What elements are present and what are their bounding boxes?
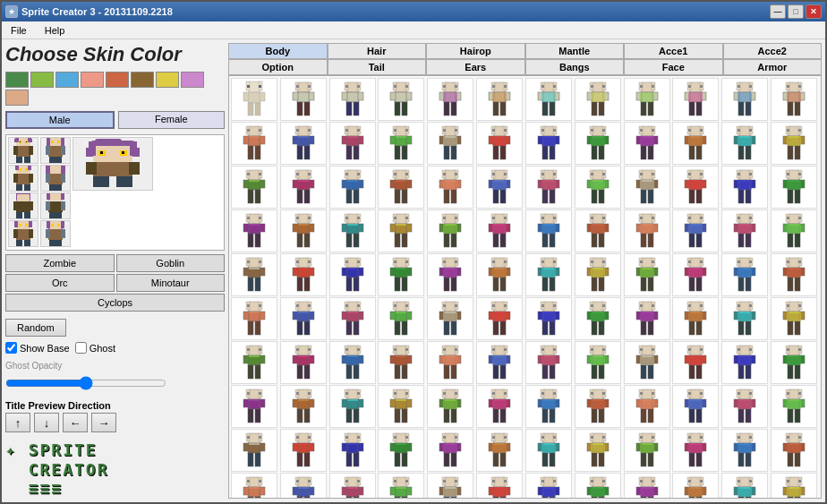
grid-sprite-105[interactable] [672,429,719,472]
col-header-tail[interactable]: Tail [328,59,427,75]
grid-sprite-14[interactable] [329,122,376,165]
sprite-grid-area[interactable] [228,75,822,499]
col-header-acce1[interactable]: Acce1 [624,43,723,59]
grid-sprite-16[interactable] [427,122,473,165]
grid-sprite-88[interactable] [427,385,473,428]
maximize-button[interactable]: □ [788,4,804,19]
grid-sprite-9[interactable] [672,78,719,121]
grid-sprite-79[interactable] [575,341,621,384]
grid-sprite-83[interactable] [771,341,817,384]
grid-sprite-18[interactable] [525,122,572,165]
col-header-armor[interactable]: Armor [723,59,823,75]
grid-sprite-94[interactable] [721,385,768,428]
grid-sprite-54[interactable] [525,253,572,296]
grid-sprite-1[interactable] [280,78,327,121]
random-button[interactable]: Random [5,319,66,337]
dir-down-button[interactable]: ↓ [34,413,59,432]
grid-sprite-82[interactable] [721,341,768,384]
grid-sprite-13[interactable] [280,122,327,165]
grid-sprite-40[interactable] [427,209,473,252]
grid-sprite-100[interactable] [427,429,473,472]
goblin-button[interactable]: Goblin [116,254,226,272]
grid-sprite-0[interactable] [231,78,277,121]
grid-sprite-96[interactable] [231,429,277,472]
col-header-acce2[interactable]: Acce2 [723,43,823,59]
col-header-hairop[interactable]: Hairop [426,43,525,59]
grid-sprite-78[interactable] [525,341,572,384]
grid-sprite-12[interactable] [231,122,277,165]
grid-sprite-39[interactable] [378,209,424,252]
grid-sprite-24[interactable] [231,166,277,209]
grid-sprite-106[interactable] [721,429,768,472]
grid-sprite-33[interactable] [672,166,719,209]
grid-sprite-45[interactable] [672,209,719,252]
grid-sprite-49[interactable] [280,253,327,296]
grid-sprite-73[interactable] [280,341,327,384]
color-swatch-0[interactable] [5,72,29,88]
grid-sprite-69[interactable] [672,297,719,340]
grid-sprite-52[interactable] [427,253,473,296]
dir-up-button[interactable]: ↑ [5,413,30,432]
grid-sprite-110[interactable] [329,473,376,499]
grid-sprite-84[interactable] [231,385,277,428]
grid-sprite-80[interactable] [624,341,670,384]
grid-sprite-2[interactable] [329,78,376,121]
grid-sprite-53[interactable] [476,253,523,296]
grid-sprite-5[interactable] [476,78,523,121]
cyclops-button[interactable]: Cyclops [5,294,225,312]
grid-sprite-34[interactable] [721,166,768,209]
color-swatch-6[interactable] [156,72,179,88]
grid-sprite-37[interactable] [280,209,327,252]
grid-sprite-57[interactable] [672,253,719,296]
color-swatch-3[interactable] [81,72,104,88]
color-swatch-7[interactable] [181,72,204,88]
grid-sprite-77[interactable] [476,341,523,384]
grid-sprite-76[interactable] [427,341,473,384]
grid-sprite-81[interactable] [672,341,719,384]
grid-sprite-26[interactable] [329,166,376,209]
grid-sprite-109[interactable] [280,473,327,499]
grid-sprite-116[interactable] [624,473,670,499]
grid-sprite-46[interactable] [721,209,768,252]
grid-sprite-65[interactable] [476,297,523,340]
grid-sprite-42[interactable] [525,209,572,252]
grid-sprite-21[interactable] [672,122,719,165]
col-header-ears[interactable]: Ears [426,59,525,75]
grid-sprite-98[interactable] [329,429,376,472]
minotaur-button[interactable]: Minotaur [116,274,226,292]
grid-sprite-103[interactable] [575,429,621,472]
grid-sprite-86[interactable] [329,385,376,428]
grid-sprite-107[interactable] [771,429,817,472]
color-swatch-2[interactable] [55,72,79,88]
grid-sprite-48[interactable] [231,253,277,296]
col-header-body[interactable]: Body [228,43,328,59]
grid-sprite-92[interactable] [624,385,670,428]
grid-sprite-44[interactable] [624,209,670,252]
grid-sprite-118[interactable] [721,473,768,499]
male-button[interactable]: Male [5,111,115,129]
grid-sprite-15[interactable] [378,122,424,165]
grid-sprite-60[interactable] [231,297,277,340]
grid-sprite-75[interactable] [378,341,424,384]
grid-sprite-74[interactable] [329,341,376,384]
grid-sprite-11[interactable] [771,78,817,121]
col-header-hair[interactable]: Hair [328,43,427,59]
grid-sprite-111[interactable] [378,473,424,499]
grid-sprite-55[interactable] [575,253,621,296]
grid-sprite-23[interactable] [771,122,817,165]
grid-sprite-61[interactable] [280,297,327,340]
grid-sprite-95[interactable] [771,385,817,428]
grid-sprite-63[interactable] [378,297,424,340]
grid-sprite-8[interactable] [624,78,670,121]
grid-sprite-36[interactable] [231,209,277,252]
grid-sprite-10[interactable] [721,78,768,121]
grid-sprite-22[interactable] [721,122,768,165]
grid-sprite-56[interactable] [624,253,670,296]
grid-sprite-59[interactable] [771,253,817,296]
grid-sprite-7[interactable] [575,78,621,121]
col-header-bangs[interactable]: Bangs [525,59,625,75]
grid-sprite-113[interactable] [476,473,523,499]
grid-sprite-70[interactable] [721,297,768,340]
show-base-label[interactable]: Show Base [5,342,70,354]
grid-sprite-66[interactable] [525,297,572,340]
